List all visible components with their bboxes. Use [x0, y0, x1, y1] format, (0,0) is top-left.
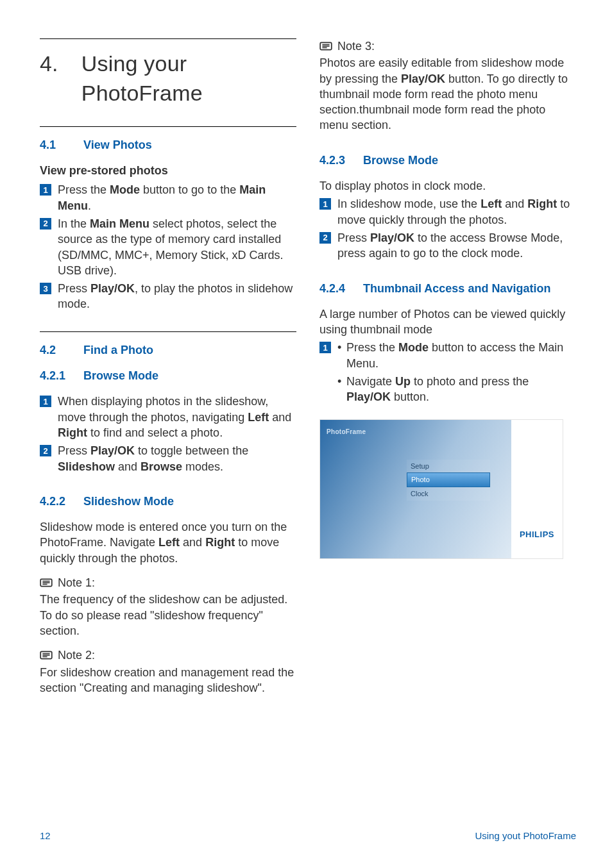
section-title: Browse Mode [363, 153, 438, 168]
device-screenshot: PhotoFrame Setup Photo Clock PHILIPS [319, 419, 563, 559]
note-2-heading: Note 2: [40, 647, 296, 663]
step: 3 Press Play/OK, to play the photos in s… [40, 281, 296, 312]
step: 1 Press the Mode button to access the Ma… [319, 340, 576, 407]
step-body: In the Main Menu select photos, select t… [58, 216, 296, 278]
step-number-2: 2 [319, 232, 331, 244]
bullet-item: Press the Mode button to access the Main… [337, 340, 576, 371]
page-number: 12 [40, 830, 51, 842]
page-footer: 12 Using yout PhotoFrame [40, 830, 576, 842]
section-number: 4.2.2 [40, 494, 72, 509]
step-body: Press Play/OK, to play the photos in sli… [58, 281, 296, 312]
note-2-body: For slideshow creation and management re… [40, 665, 296, 696]
note-3-body: Photos are easily editable from slidesho… [319, 55, 576, 133]
section-4-2-3-heading: 4.2.3 Browse Mode [319, 153, 576, 168]
footer-label: Using yout PhotoFrame [475, 830, 576, 842]
note-3-heading: Note 3: [319, 38, 576, 54]
note-label: Note 1: [58, 575, 95, 590]
device-screen: PhotoFrame Setup Photo Clock [320, 420, 511, 558]
rule-top-left [40, 38, 296, 39]
step-body: Press the Mode button to go to the Main … [58, 182, 296, 213]
section-number: 4.2 [40, 342, 69, 358]
right-column: Note 3: Photos are easily editable from … [319, 38, 576, 698]
paragraph-4-2-2: Slideshow mode is entered once you turn … [40, 519, 296, 566]
step-number-1: 1 [40, 396, 51, 407]
section-4-2-heading: 4.2 Find a Photo [40, 342, 296, 358]
section-title: Slideshow Mode [83, 494, 174, 509]
section-title: View Photos [83, 137, 152, 153]
note-icon [40, 578, 53, 588]
paragraph-4-2-3-intro: To display photos in clock mode. [319, 178, 576, 194]
rule-4-1 [40, 126, 296, 127]
section-number: 4.1 [40, 137, 69, 153]
device-bezel: PHILIPS [511, 420, 563, 558]
step-body: Press the Mode button to access the Main… [337, 340, 576, 407]
step-body: Press Play/OK to the access Browse Mode,… [337, 230, 576, 262]
bullet-item: Navigate Up to photo and press the Play/… [337, 374, 576, 405]
chapter-heading: 4. Using your PhotoFrame [40, 49, 296, 108]
brand-logo: PHILIPS [520, 529, 554, 540]
menu-item-photo: Photo [407, 472, 490, 487]
step-number-2: 2 [40, 445, 51, 456]
paragraph-4-2-4-intro: A large number of Photos can be viewed q… [319, 306, 576, 338]
menu-item-setup: Setup [407, 460, 490, 473]
step: 1 When displaying photos in the slidesho… [40, 394, 296, 440]
subheading-prestored: View pre-stored photos [40, 163, 296, 178]
step-number-1: 1 [319, 342, 331, 353]
note-1-body: The frequency of the slideshow can be ad… [40, 592, 296, 638]
step-number-3: 3 [40, 283, 51, 294]
step: 1 In slideshow mode, use the Left and Ri… [319, 196, 576, 228]
section-number: 4.2.3 [319, 153, 352, 168]
two-column-layout: 4. Using your PhotoFrame 4.1 View Photos… [40, 38, 576, 698]
section-title: Find a Photo [83, 342, 153, 358]
left-column: 4. Using your PhotoFrame 4.1 View Photos… [40, 38, 296, 698]
step: 1 Press the Mode button to go to the Mai… [40, 182, 296, 213]
step-number-1: 1 [319, 198, 331, 210]
chapter-number: 4. [40, 49, 58, 79]
section-4-2-4-heading: 4.2.4 Thumbnail Access and Navigation [319, 281, 576, 296]
rule-4-2 [40, 331, 296, 332]
section-number: 4.2.4 [319, 281, 352, 296]
note-label: Note 2: [58, 647, 95, 663]
step-body: Press Play/OK to toggle between the Slid… [58, 443, 296, 474]
step-body: When displaying photos in the slideshow,… [58, 394, 296, 440]
note-icon [40, 650, 53, 660]
step: 2 In the Main Menu select photos, select… [40, 216, 296, 278]
device-product-label: PhotoFrame [327, 428, 366, 437]
section-title: Browse Mode [83, 368, 158, 383]
section-4-1-heading: 4.1 View Photos [40, 137, 296, 153]
bullet-list: Press the Mode button to access the Main… [337, 340, 576, 405]
note-1-heading: Note 1: [40, 575, 296, 590]
chapter-title: Using your PhotoFrame [81, 49, 296, 108]
section-title: Thumbnail Access and Navigation [363, 281, 550, 296]
step-number-1: 1 [40, 184, 51, 196]
note-label: Note 3: [337, 38, 375, 54]
section-number: 4.2.1 [40, 368, 72, 383]
note-icon [319, 41, 332, 51]
section-4-2-1-heading: 4.2.1 Browse Mode [40, 368, 296, 383]
section-4-2-2-heading: 4.2.2 Slideshow Mode [40, 494, 296, 509]
page: 4. Using your PhotoFrame 4.1 View Photos… [0, 0, 612, 868]
step-body: In slideshow mode, use the Left and Righ… [337, 196, 576, 228]
device-menu: Setup Photo Clock [407, 460, 490, 501]
step-number-2: 2 [40, 218, 51, 230]
step: 2 Press Play/OK to the access Browse Mod… [319, 230, 576, 262]
step: 2 Press Play/OK to toggle between the Sl… [40, 443, 296, 474]
menu-item-clock: Clock [407, 487, 490, 501]
